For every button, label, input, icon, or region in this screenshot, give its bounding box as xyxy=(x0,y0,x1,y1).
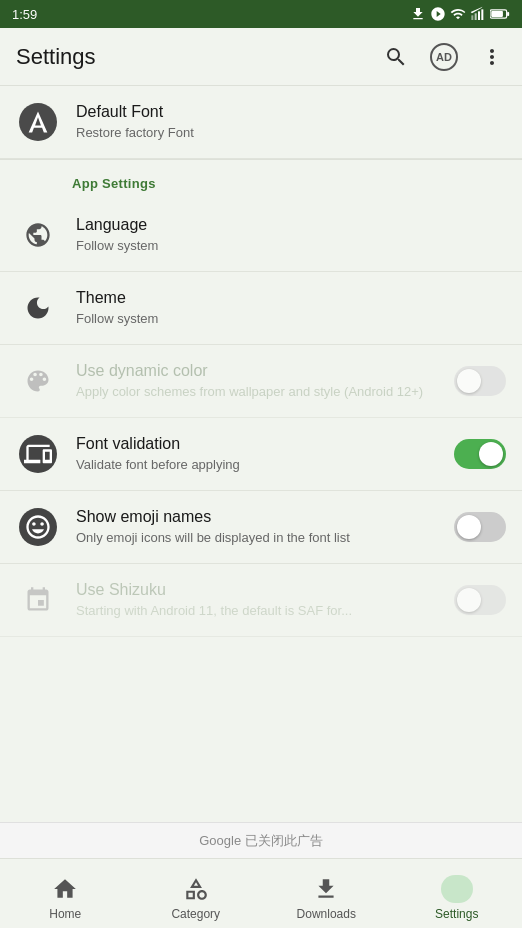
setting-text-theme: Theme Follow system xyxy=(76,288,506,329)
app-bar: Settings AD xyxy=(0,28,522,86)
svg-rect-6 xyxy=(491,11,503,17)
ad-badge: AD xyxy=(430,43,458,71)
svg-rect-5 xyxy=(507,12,509,16)
font-icon xyxy=(24,108,52,136)
toggle-show-emoji[interactable] xyxy=(454,512,506,542)
nav-label-category: Category xyxy=(171,907,220,921)
section-header-app-settings: App Settings xyxy=(0,160,522,199)
download-status-icon xyxy=(410,6,426,22)
svg-rect-1 xyxy=(475,13,477,20)
setting-item-shizuku[interactable]: Use Shizuku Starting with Android 11, th… xyxy=(0,564,522,637)
setting-title-dynamic-color: Use dynamic color xyxy=(76,361,454,382)
settings-content: Default Font Restore factory Font App Se… xyxy=(0,86,522,822)
setting-subtitle-dynamic-color: Apply color schemes from wallpaper and s… xyxy=(76,383,454,401)
toggle-shizuku[interactable] xyxy=(454,585,506,615)
globe-icon-container xyxy=(16,213,60,257)
nav-item-downloads[interactable]: Downloads xyxy=(261,859,392,928)
setting-subtitle-shizuku: Starting with Android 11, the default is… xyxy=(76,602,454,620)
setting-item-show-emoji[interactable]: Show emoji names Only emoji icons will b… xyxy=(0,491,522,564)
status-right xyxy=(410,6,510,22)
setting-title-theme: Theme xyxy=(76,288,506,309)
toggle-font-validation[interactable] xyxy=(454,439,506,469)
shizuku-icon-container xyxy=(16,578,60,622)
svg-rect-0 xyxy=(471,15,473,20)
toggle-thumb-dynamic-color xyxy=(457,369,481,393)
font-icon-container xyxy=(16,100,60,144)
status-left: 1:59 xyxy=(12,7,37,22)
shizuku-icon xyxy=(24,586,52,614)
home-icon xyxy=(51,875,79,903)
bottom-nav: Home Category Downloads Settings xyxy=(0,858,522,928)
ad-banner: Google 已关闭此广告 xyxy=(0,822,522,858)
nav-item-settings[interactable]: Settings xyxy=(392,859,523,928)
ad-text: Google 已关闭此广告 xyxy=(199,832,323,850)
signal-icon xyxy=(470,6,486,22)
toggle-thumb-shizuku xyxy=(457,588,481,612)
setting-subtitle-show-emoji: Only emoji icons will be displayed in th… xyxy=(76,529,454,547)
toggle-thumb-font-validation xyxy=(479,442,503,466)
setting-item-language[interactable]: Language Follow system xyxy=(0,199,522,272)
app-update-icon xyxy=(430,6,446,22)
setting-title-shizuku: Use Shizuku xyxy=(76,580,454,601)
setting-item-font-validation[interactable]: Font validation Validate font before app… xyxy=(0,418,522,491)
nav-label-settings: Settings xyxy=(435,907,478,921)
wifi-icon xyxy=(450,6,466,22)
toggle-dynamic-color[interactable] xyxy=(454,366,506,396)
page-title: Settings xyxy=(16,44,374,70)
setting-text-font-validation: Font validation Validate font before app… xyxy=(76,434,454,475)
nav-item-home[interactable]: Home xyxy=(0,859,131,928)
nav-label-home: Home xyxy=(49,907,81,921)
status-bar: 1:59 xyxy=(0,0,522,28)
emoji-icon-bg xyxy=(19,508,57,546)
globe-icon xyxy=(24,221,52,249)
more-options-button[interactable] xyxy=(470,35,514,79)
setting-subtitle-language: Follow system xyxy=(76,237,506,255)
setting-title-language: Language xyxy=(76,215,506,236)
nav-item-category[interactable]: Category xyxy=(131,859,262,928)
font-a-icon xyxy=(24,440,52,468)
setting-title-show-emoji: Show emoji names xyxy=(76,507,454,528)
font-a-icon-container xyxy=(16,432,60,476)
moon-icon-container xyxy=(16,286,60,330)
nav-label-downloads: Downloads xyxy=(297,907,356,921)
downloads-icon xyxy=(312,875,340,903)
svg-rect-3 xyxy=(481,9,483,20)
setting-title-font-validation: Font validation xyxy=(76,434,454,455)
emoji-icon-container xyxy=(16,505,60,549)
setting-text-show-emoji: Show emoji names Only emoji icons will b… xyxy=(76,507,454,548)
more-icon xyxy=(480,45,504,69)
search-button[interactable] xyxy=(374,35,418,79)
moon-icon xyxy=(24,294,52,322)
time: 1:59 xyxy=(12,7,37,22)
font-icon-bg xyxy=(19,103,57,141)
app-bar-actions: AD xyxy=(374,35,514,79)
setting-subtitle-theme: Follow system xyxy=(76,310,506,328)
setting-text-language: Language Follow system xyxy=(76,215,506,256)
palette-icon-container xyxy=(16,359,60,403)
setting-text-dynamic-color: Use dynamic color Apply color schemes fr… xyxy=(76,361,454,402)
setting-item-theme[interactable]: Theme Follow system xyxy=(0,272,522,345)
setting-text-default-font: Default Font Restore factory Font xyxy=(76,102,506,143)
toggle-thumb-show-emoji xyxy=(457,515,481,539)
svg-rect-2 xyxy=(478,11,480,20)
search-icon xyxy=(384,45,408,69)
setting-text-shizuku: Use Shizuku Starting with Android 11, th… xyxy=(76,580,454,621)
category-icon xyxy=(182,875,210,903)
settings-icon xyxy=(441,875,473,903)
palette-icon xyxy=(24,367,52,395)
setting-title-default-font: Default Font xyxy=(76,102,506,123)
emoji-icon xyxy=(24,513,52,541)
font-a-icon-bg xyxy=(19,435,57,473)
setting-item-default-font[interactable]: Default Font Restore factory Font xyxy=(0,86,522,159)
setting-subtitle-default-font: Restore factory Font xyxy=(76,124,506,142)
ad-icon-button[interactable]: AD xyxy=(422,35,466,79)
setting-item-dynamic-color[interactable]: Use dynamic color Apply color schemes fr… xyxy=(0,345,522,418)
battery-icon xyxy=(490,6,510,22)
setting-subtitle-font-validation: Validate font before applying xyxy=(76,456,454,474)
